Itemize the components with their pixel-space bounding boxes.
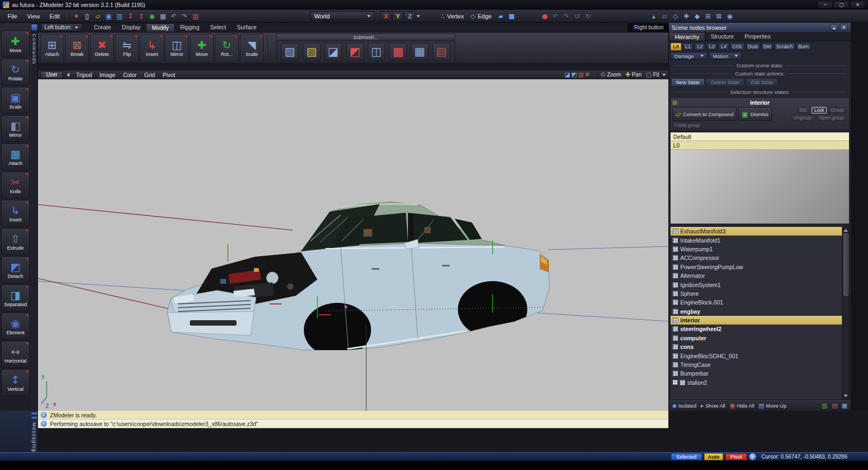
- close-group-button[interactable]: Close group: [672, 122, 703, 129]
- hide-all-button[interactable]: ▣ Hide All: [730, 402, 755, 409]
- ribbon-tab[interactable]: Display: [117, 23, 146, 31]
- select-single-icon[interactable]: ▴: [649, 11, 659, 21]
- viewport-menu-item[interactable]: Image: [97, 72, 118, 78]
- tool-button[interactable]: ⇧ Extrude: [1, 228, 30, 255]
- tool-button[interactable]: ◨ Separated: [1, 284, 30, 312]
- tool-button[interactable]: ↕ Vertical: [1, 369, 30, 396]
- pin-panel-icon[interactable]: ▴: [830, 24, 838, 31]
- submesh-weld-icon[interactable]: ▩: [389, 43, 407, 60]
- scroll-thumb[interactable]: [844, 233, 848, 296]
- ribbon-button[interactable]: ◫ Mirror: [165, 34, 189, 62]
- open-file-icon[interactable]: ▱: [93, 11, 103, 21]
- replay-icon[interactable]: ↺: [572, 11, 582, 21]
- pivot-indicator[interactable]: Pivot: [725, 453, 746, 460]
- step-back-icon[interactable]: ↶: [551, 11, 560, 21]
- repeat-icon[interactable]: ↻: [583, 11, 593, 21]
- scene-node-row[interactable]: EngineBlock.001: [671, 298, 842, 307]
- submesh-split-icon[interactable]: ◫: [368, 43, 386, 60]
- ribbon-button[interactable]: ◥ Scale: [240, 34, 264, 62]
- scene-node-row[interactable]: cons: [671, 342, 842, 351]
- viewport-menu-item[interactable]: Color: [120, 72, 139, 78]
- isolated-button[interactable]: ◆ Isolated: [672, 402, 697, 409]
- ribbon-button[interactable]: ✖ Delete: [90, 34, 114, 62]
- ribbon-tab[interactable]: Surface: [232, 23, 262, 31]
- commands-strip[interactable]: Commands: [31, 23, 38, 411]
- layer-button[interactable]: L0: [671, 43, 681, 50]
- layer-button[interactable]: L3: [706, 43, 717, 50]
- viewport-menu-item[interactable]: Tripod: [73, 72, 94, 78]
- scene-node-row[interactable]: PowerSteeringPumpLow: [671, 263, 842, 271]
- menu[interactable]: View: [23, 12, 44, 21]
- pivot-tool-icon[interactable]: ◉: [725, 11, 735, 21]
- scene-node-row[interactable]: Alternator: [671, 271, 842, 280]
- scene-node-row[interactable]: Waterpump1: [671, 245, 842, 253]
- shaded-toggle-icon[interactable]: ◩: [571, 71, 577, 78]
- new-file-icon[interactable]: ▯: [82, 11, 92, 21]
- tool-button[interactable]: ↻ Rotate: [1, 59, 30, 86]
- left-button-selector[interactable]: Left button:: [41, 23, 82, 31]
- convert-to-compound-button[interactable]: ▱ Convert to Compound: [672, 107, 737, 121]
- ribbon-button[interactable]: ⊠ Break: [65, 34, 89, 62]
- layer-button[interactable]: L1: [682, 43, 693, 50]
- state-button[interactable]: Delete State: [706, 78, 744, 86]
- submesh-wrap-icon[interactable]: ▤: [432, 43, 450, 60]
- filter-x-button[interactable]: X: [380, 11, 391, 21]
- materials-icon[interactable]: ▨: [190, 11, 200, 21]
- submesh-detach-icon[interactable]: ◪: [324, 43, 342, 60]
- ribbon-button[interactable]: ⊞ Attach: [40, 34, 64, 62]
- scene-node-row[interactable]: IntakeManifold1: [671, 236, 842, 244]
- tool-button[interactable]: ↔ Horizontal: [1, 341, 30, 368]
- auto-indicator[interactable]: Auto: [704, 453, 724, 460]
- viewport-canvas[interactable]: Y Z x: [38, 79, 668, 411]
- redo-icon[interactable]: ↷: [180, 11, 189, 21]
- scene-node-row[interactable]: ExhaustManifold3: [671, 227, 842, 236]
- tool-button[interactable]: ▣ Scale: [1, 87, 30, 114]
- messaging-strip[interactable]: Messaging: [31, 411, 38, 452]
- select-quad-icon[interactable]: ▱: [660, 11, 669, 21]
- chevron-down-icon[interactable]: [662, 74, 666, 76]
- export-icon[interactable]: ↥: [136, 11, 146, 21]
- vertex-mode-button[interactable]: ∴Vertex: [438, 11, 467, 21]
- fit-control[interactable]: ▢Fit: [646, 71, 659, 78]
- tool-button[interactable]: ↳ Insert: [1, 200, 30, 227]
- panel-tab[interactable]: Properties: [739, 32, 776, 41]
- layer-button[interactable]: Scratch: [774, 43, 795, 50]
- ribbon-button[interactable]: ⇋ Flip: [115, 34, 139, 62]
- state-button[interactable]: Edit State: [746, 78, 778, 86]
- ribbon-button[interactable]: ✚ Move: [190, 34, 214, 62]
- tool-button[interactable]: ✚ Move: [1, 30, 30, 58]
- scene-node-row[interactable]: Sphere: [671, 289, 842, 298]
- maximize-button[interactable]: ▢: [834, 1, 849, 9]
- scene-node-row[interactable]: TimingCase: [671, 360, 842, 369]
- chevron-left-icon[interactable]: [67, 73, 69, 77]
- record-icon[interactable]: ●: [540, 11, 550, 21]
- scene-node-row[interactable]: IgnitionSystem1: [671, 280, 842, 289]
- move-up-button[interactable]: ▤ Move Up: [758, 402, 786, 409]
- tool-button[interactable]: ◧ Mirror: [1, 115, 30, 142]
- show-all-button[interactable]: ▸ Show All: [701, 402, 725, 409]
- viewport-view-button[interactable]: User: [41, 71, 63, 79]
- pan-control[interactable]: ✚Pan: [625, 71, 641, 78]
- state-row[interactable]: L0: [671, 141, 849, 150]
- submesh-extract-icon[interactable]: ◩: [346, 43, 364, 60]
- menu[interactable]: File: [3, 12, 22, 21]
- tool-button[interactable]: ✂ Knife: [1, 172, 30, 199]
- sort-nodes-icon[interactable]: ▥: [822, 402, 827, 409]
- tool-button[interactable]: ◩ Detach: [1, 256, 30, 283]
- hotkeys-icon[interactable]: ✦: [71, 11, 81, 21]
- web-services-icon[interactable]: ◉: [147, 11, 157, 21]
- local-axes-icon[interactable]: ⊞: [703, 11, 713, 21]
- select-lasso-icon[interactable]: ◇: [671, 11, 680, 21]
- scroll-up-icon[interactable]: [844, 229, 848, 232]
- selected-indicator[interactable]: Selected: [671, 453, 702, 460]
- zoom-control[interactable]: ⊙Zoom: [601, 71, 621, 78]
- close-panel-icon[interactable]: ✕: [840, 24, 848, 31]
- undo-icon[interactable]: ↶: [169, 11, 178, 21]
- layer-button[interactable]: L2: [694, 43, 705, 50]
- polygon-mode-icon[interactable]: ▰: [496, 11, 506, 21]
- filter-y-button[interactable]: Y: [392, 11, 403, 21]
- list-mode-icon[interactable]: ▦: [842, 402, 847, 409]
- lighting-icon[interactable]: ☼: [585, 71, 590, 78]
- state-button[interactable]: New State: [671, 78, 705, 86]
- submesh-merge-icon[interactable]: ▦: [411, 43, 429, 60]
